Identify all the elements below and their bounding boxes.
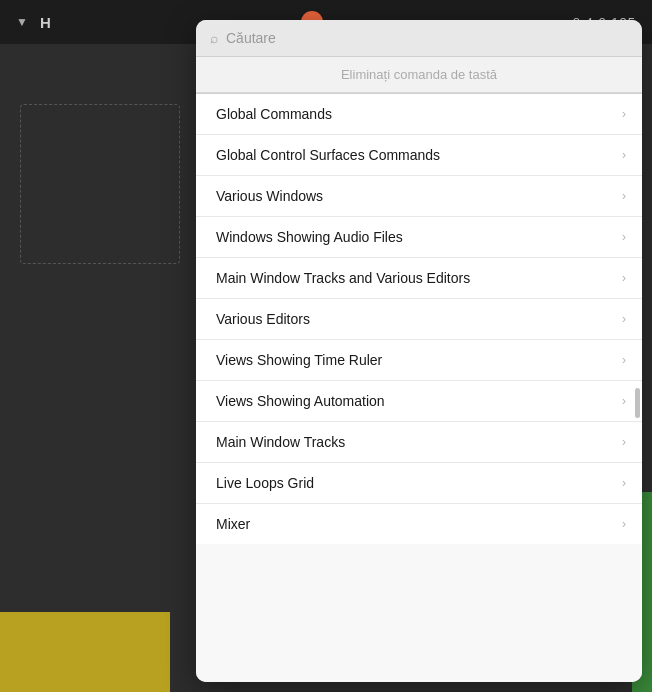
search-icon: ⌕ [210, 30, 218, 46]
top-bar-left: ▼ H [16, 14, 51, 31]
menu-item-views-automation[interactable]: Views Showing Automation› [196, 381, 642, 422]
menu-item-various-windows[interactable]: Various Windows› [196, 176, 642, 217]
menu-item-windows-audio-files[interactable]: Windows Showing Audio Files› [196, 217, 642, 258]
menu-item-label-views-automation: Views Showing Automation [216, 393, 385, 409]
menu-item-label-various-editors: Various Editors [216, 311, 310, 327]
menu-item-various-editors[interactable]: Various Editors› [196, 299, 642, 340]
menu-item-label-mixer: Mixer [216, 516, 250, 532]
dropdown-arrow-icon[interactable]: ▼ [16, 15, 28, 29]
chevron-icon-various-editors: › [622, 312, 626, 326]
dropdown-panel: ⌕ Eliminați comanda de tastă Global Comm… [196, 20, 642, 682]
chevron-icon-main-window-tracks: › [622, 271, 626, 285]
menu-item-label-global-control-surfaces: Global Control Surfaces Commands [216, 147, 440, 163]
menu-item-label-various-windows: Various Windows [216, 188, 323, 204]
header-label: H [40, 14, 51, 31]
grid-area-1 [20, 104, 180, 264]
menu-item-label-windows-audio-files: Windows Showing Audio Files [216, 229, 403, 245]
chevron-icon-mixer: › [622, 517, 626, 531]
chevron-icon-windows-audio-files: › [622, 230, 626, 244]
clear-command-button[interactable]: Eliminați comanda de tastă [196, 57, 642, 93]
search-input[interactable] [226, 30, 628, 46]
chevron-icon-views-time-ruler: › [622, 353, 626, 367]
menu-item-main-window-tracks[interactable]: Main Window Tracks and Various Editors› [196, 258, 642, 299]
menu-item-main-window-tracks-only[interactable]: Main Window Tracks› [196, 422, 642, 463]
menu-item-label-global-commands: Global Commands [216, 106, 332, 122]
chevron-icon-views-automation: › [622, 394, 626, 408]
yellow-block [0, 612, 170, 692]
chevron-icon-global-commands: › [622, 107, 626, 121]
search-bar: ⌕ [196, 20, 642, 57]
menu-item-global-commands[interactable]: Global Commands› [196, 94, 642, 135]
menu-item-global-control-surfaces[interactable]: Global Control Surfaces Commands› [196, 135, 642, 176]
menu-item-label-views-time-ruler: Views Showing Time Ruler [216, 352, 382, 368]
menu-item-views-time-ruler[interactable]: Views Showing Time Ruler› [196, 340, 642, 381]
menu-item-live-loops-grid[interactable]: Live Loops Grid› [196, 463, 642, 504]
chevron-icon-main-window-tracks-only: › [622, 435, 626, 449]
chevron-icon-various-windows: › [622, 189, 626, 203]
chevron-icon-global-control-surfaces: › [622, 148, 626, 162]
scroll-indicator [635, 388, 640, 418]
menu-item-label-live-loops-grid: Live Loops Grid [216, 475, 314, 491]
menu-list[interactable]: Global Commands›Global Control Surfaces … [196, 94, 642, 682]
menu-item-mixer[interactable]: Mixer› [196, 504, 642, 544]
menu-item-label-main-window-tracks-only: Main Window Tracks [216, 434, 345, 450]
chevron-icon-live-loops-grid: › [622, 476, 626, 490]
menu-item-label-main-window-tracks: Main Window Tracks and Various Editors [216, 270, 470, 286]
